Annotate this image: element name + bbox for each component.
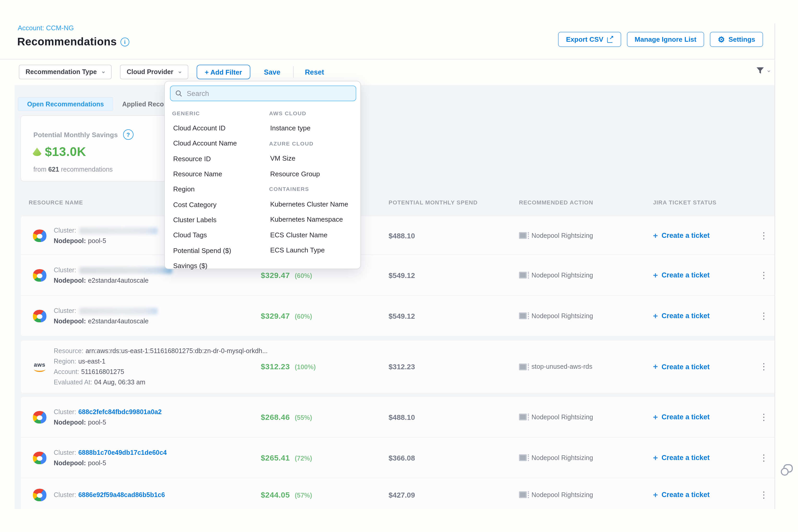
line-value: e2standar4autoscale bbox=[88, 277, 149, 284]
line-value: e2standar4autoscale bbox=[88, 317, 149, 325]
create-ticket-label: Create a ticket bbox=[662, 491, 710, 499]
filter-option[interactable]: Cloud Account Name bbox=[172, 136, 266, 151]
kebab-menu-icon[interactable]: ⋮ bbox=[759, 413, 768, 421]
action-label: stop-unused-aws-rds bbox=[531, 363, 592, 370]
line-value: 511616801275 bbox=[81, 368, 124, 376]
line-label: Nodepool: bbox=[54, 459, 86, 467]
filter-option[interactable]: ECS Launch Type bbox=[269, 243, 358, 258]
column-header: RESOURCE NAME bbox=[29, 199, 83, 206]
savings-card-title: Potential Monthly Savings bbox=[33, 131, 118, 138]
gcp-logo-icon bbox=[32, 229, 47, 242]
table-body: Cluster:Nodepool:pool-5 $488.10 Nodepool… bbox=[21, 216, 775, 509]
chevron-down-icon: ⌄ bbox=[101, 68, 106, 74]
chat-widget-icon[interactable] bbox=[781, 464, 793, 477]
table-filter-toggle[interactable]: ⌄ bbox=[756, 66, 772, 75]
kebab-menu-icon[interactable]: ⋮ bbox=[759, 453, 768, 462]
action-label: Nodepool Rightsizing bbox=[531, 271, 593, 279]
plus-icon: + bbox=[653, 312, 658, 320]
table-row: Cluster:688c2fefc84fbdc99801a0a2Nodepool… bbox=[21, 397, 775, 437]
header-divider bbox=[0, 59, 775, 59]
plus-icon: + bbox=[653, 362, 658, 371]
kebab-menu-icon[interactable]: ⋮ bbox=[759, 311, 768, 320]
export-csv-button[interactable]: Export CSV bbox=[558, 32, 621, 47]
spend-cell: $549.12 bbox=[388, 312, 415, 320]
filter-option[interactable]: Kubernetes Namespace bbox=[269, 212, 358, 227]
page-title: Recommendations bbox=[17, 36, 117, 48]
create-ticket-link[interactable]: + Create a ticket bbox=[653, 271, 709, 279]
filter-option[interactable]: Kubernetes Cluster Name bbox=[269, 197, 358, 212]
tab-open-recommendations[interactable]: Open Recommendations bbox=[18, 97, 113, 111]
settings-button[interactable]: ⚙ Settings bbox=[710, 32, 763, 47]
help-icon[interactable]: ? bbox=[123, 129, 134, 140]
filter-option[interactable]: Region bbox=[172, 182, 266, 197]
create-ticket-link[interactable]: + Create a ticket bbox=[653, 231, 709, 240]
recommendations-page: Account: CCM-NG Recommendations i Export… bbox=[0, 0, 798, 532]
filter-option[interactable]: Instance type bbox=[269, 120, 358, 136]
recommended-action-cell: Nodepool Rightsizing bbox=[519, 413, 593, 421]
action-label: Nodepool Rightsizing bbox=[531, 454, 593, 461]
create-ticket-link[interactable]: + Create a ticket bbox=[653, 362, 709, 371]
create-ticket-link[interactable]: + Create a ticket bbox=[653, 491, 709, 499]
filter-chip-recommendation-type[interactable]: Recommendation Type ⌄ bbox=[19, 65, 112, 79]
kebab-menu-icon[interactable]: ⋮ bbox=[759, 231, 768, 240]
resource-line: Region:us-east-1 bbox=[54, 356, 268, 367]
create-ticket-link[interactable]: + Create a ticket bbox=[653, 312, 709, 320]
savings-percent: (60%) bbox=[293, 313, 312, 320]
manage-ignore-list-button[interactable]: Manage Ignore List bbox=[627, 32, 704, 47]
add-filter-button[interactable]: + Add Filter bbox=[196, 65, 250, 79]
spend-cell: $488.10 bbox=[388, 231, 415, 240]
line-label: Nodepool: bbox=[54, 237, 86, 244]
spend-cell: $488.10 bbox=[388, 413, 415, 421]
filter-option[interactable]: Resource Group bbox=[269, 166, 358, 182]
filter-option[interactable]: Savings ($) bbox=[172, 258, 266, 273]
kebab-menu-icon[interactable]: ⋮ bbox=[759, 362, 768, 371]
kebab-menu-icon[interactable]: ⋮ bbox=[759, 271, 768, 280]
filter-option[interactable]: Cost Category bbox=[172, 197, 266, 212]
kebab-menu-icon[interactable]: ⋮ bbox=[759, 490, 768, 499]
create-ticket-link[interactable]: + Create a ticket bbox=[653, 413, 709, 421]
filter-option[interactable]: VM Size bbox=[269, 151, 358, 166]
savings-cell: $244.05 (57%) bbox=[261, 490, 312, 499]
save-filters-link[interactable]: Save bbox=[264, 68, 280, 76]
resource-line: Nodepool:e2standar4autoscale bbox=[54, 275, 172, 286]
search-input[interactable] bbox=[186, 89, 351, 98]
info-icon[interactable]: i bbox=[120, 37, 129, 46]
subtext-prefix: from bbox=[33, 166, 46, 173]
create-ticket-label: Create a ticket bbox=[662, 312, 710, 320]
cluster-link[interactable]: 6886e92f59a48cad86b5b1c6 bbox=[78, 491, 165, 498]
savings-percent: (60%) bbox=[293, 272, 312, 279]
recommended-action-cell: Nodepool Rightsizing bbox=[519, 454, 593, 461]
recommended-action-cell: Nodepool Rightsizing bbox=[519, 232, 593, 239]
line-value: pool-5 bbox=[88, 459, 107, 467]
spend-cell: $366.08 bbox=[388, 454, 415, 462]
line-label: Cluster: bbox=[54, 266, 76, 273]
reset-filters-link[interactable]: Reset bbox=[305, 68, 324, 76]
recommended-action-cell: Nodepool Rightsizing bbox=[519, 312, 593, 320]
filter-option[interactable]: Potential Spend ($) bbox=[172, 243, 266, 258]
resource-line: Account:511616801275 bbox=[54, 367, 268, 377]
create-ticket-link[interactable]: + Create a ticket bbox=[653, 454, 709, 462]
rightsizing-icon bbox=[519, 232, 527, 239]
line-label: Nodepool: bbox=[54, 317, 86, 325]
line-value: pool-5 bbox=[88, 419, 107, 426]
filter-chip-cloud-provider[interactable]: Cloud Provider ⌄ bbox=[120, 65, 188, 79]
resource-line: Cluster: bbox=[54, 225, 157, 235]
cluster-link[interactable]: 6888b1c70e49db17c1de60c4 bbox=[78, 449, 167, 456]
filter-option[interactable]: Resource Name bbox=[172, 166, 266, 182]
savings-subtext: from 621 recommendations bbox=[33, 166, 113, 173]
aws-logo-icon: aws bbox=[32, 360, 47, 374]
resource-line: Cluster: bbox=[54, 305, 157, 316]
resource-line: Nodepool:pool-5 bbox=[54, 458, 167, 468]
filter-section-title: AZURE CLOUD bbox=[269, 136, 358, 151]
filter-option[interactable]: Cloud Account ID bbox=[172, 120, 266, 136]
cluster-link[interactable]: 688c2fefc84fbdc99801a0a2 bbox=[78, 408, 162, 415]
filter-option[interactable]: ECS Cluster Name bbox=[269, 227, 358, 243]
filter-option[interactable]: Cloud Tags bbox=[172, 227, 266, 243]
chevron-down-icon: ⌄ bbox=[766, 66, 772, 73]
filter-option[interactable]: Resource ID bbox=[172, 151, 266, 166]
table-row: Cluster:6888b1c70e49db17c1de60c4Nodepool… bbox=[21, 437, 775, 478]
filter-option[interactable]: Cluster Labels bbox=[172, 212, 266, 228]
plus-icon: + bbox=[653, 413, 658, 421]
account-breadcrumb-link[interactable]: Account: CCM-NG bbox=[18, 24, 74, 32]
action-label: Nodepool Rightsizing bbox=[531, 413, 593, 421]
